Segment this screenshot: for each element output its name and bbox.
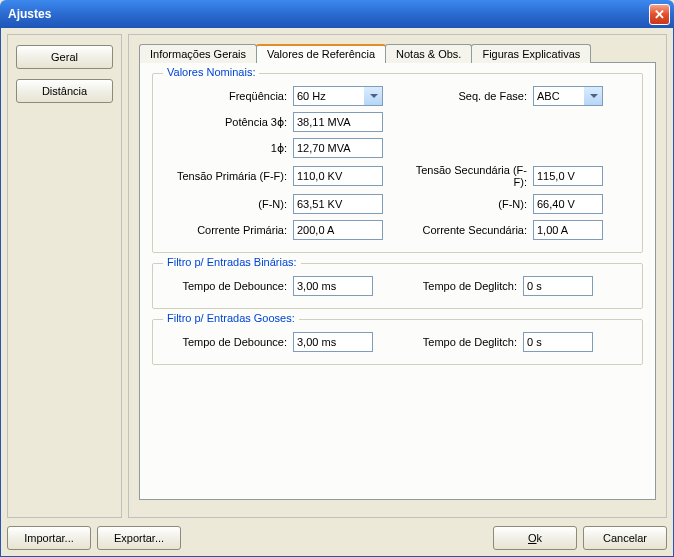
import-button[interactable]: Importar... bbox=[7, 526, 91, 550]
tab-valores-referencia[interactable]: Valores de Referência bbox=[256, 44, 386, 63]
tab-figuras-explicativas[interactable]: Figuras Explicativas bbox=[471, 44, 591, 63]
nav-button-geral[interactable]: Geral bbox=[16, 45, 113, 69]
label-debounce-goose: Tempo de Debounce: bbox=[163, 336, 293, 348]
input-tensao-sec-ff[interactable] bbox=[533, 166, 603, 186]
ok-button[interactable]: Ok bbox=[493, 526, 577, 550]
select-seqfase[interactable] bbox=[533, 86, 603, 106]
input-potencia1f[interactable] bbox=[293, 138, 383, 158]
content-panel: Informações Gerais Valores de Referência… bbox=[128, 34, 667, 518]
label-potencia1f: 1ɸ: bbox=[163, 142, 293, 155]
label-tensao-sec-fn: (F-N): bbox=[403, 198, 533, 210]
cancel-button[interactable]: Cancelar bbox=[583, 526, 667, 550]
tab-content: Valores Nominais: Freqüência: Seq. de Fa… bbox=[139, 62, 656, 500]
titlebar: Ajustes ✕ bbox=[0, 0, 674, 28]
group-title-binarias: Filtro p/ Entradas Binárias: bbox=[163, 256, 301, 268]
input-deglitch-bin[interactable] bbox=[523, 276, 593, 296]
left-nav-panel: Geral Distância bbox=[7, 34, 122, 518]
input-corrente-prim[interactable] bbox=[293, 220, 383, 240]
input-debounce-bin[interactable] bbox=[293, 276, 373, 296]
label-debounce-bin: Tempo de Debounce: bbox=[163, 280, 293, 292]
export-button[interactable]: Exportar... bbox=[97, 526, 181, 550]
group-filtro-gooses: Filtro p/ Entradas Gooses: Tempo de Debo… bbox=[152, 319, 643, 365]
select-frequencia[interactable] bbox=[293, 86, 383, 106]
group-valores-nominais: Valores Nominais: Freqüência: Seq. de Fa… bbox=[152, 73, 643, 253]
label-potencia3f: Potência 3ɸ: bbox=[163, 116, 293, 129]
group-title-gooses: Filtro p/ Entradas Gooses: bbox=[163, 312, 299, 324]
tab-informacoes-gerais[interactable]: Informações Gerais bbox=[139, 44, 257, 63]
input-tensao-prim-ff[interactable] bbox=[293, 166, 383, 186]
input-debounce-goose[interactable] bbox=[293, 332, 373, 352]
close-icon: ✕ bbox=[654, 7, 665, 22]
label-deglitch-goose: Tempo de Deglitch: bbox=[393, 336, 523, 348]
nav-button-distancia[interactable]: Distância bbox=[16, 79, 113, 103]
input-tensao-prim-fn[interactable] bbox=[293, 194, 383, 214]
input-tensao-sec-fn[interactable] bbox=[533, 194, 603, 214]
label-seqfase: Seq. de Fase: bbox=[403, 90, 533, 102]
input-deglitch-goose[interactable] bbox=[523, 332, 593, 352]
close-button[interactable]: ✕ bbox=[649, 4, 670, 25]
label-frequencia: Freqüência: bbox=[163, 90, 293, 102]
label-tensao-prim-fn: (F-N): bbox=[163, 198, 293, 210]
dialog-body: Geral Distância Informações Gerais Valor… bbox=[0, 28, 674, 557]
label-deglitch-bin: Tempo de Deglitch: bbox=[393, 280, 523, 292]
tab-notas-obs[interactable]: Notas & Obs. bbox=[385, 44, 472, 63]
tab-row: Informações Gerais Valores de Referência… bbox=[139, 44, 656, 63]
label-corrente-prim: Corrente Primária: bbox=[163, 224, 293, 236]
input-corrente-sec[interactable] bbox=[533, 220, 603, 240]
group-title-nominais: Valores Nominais: bbox=[163, 66, 259, 78]
input-potencia3f[interactable] bbox=[293, 112, 383, 132]
label-tensao-prim-ff: Tensão Primária (F-F): bbox=[163, 170, 293, 182]
label-tensao-sec-ff: Tensão Secundária (F-F): bbox=[403, 164, 533, 188]
window-title: Ajustes bbox=[8, 7, 51, 21]
label-corrente-sec: Corrente Secundária: bbox=[403, 224, 533, 236]
bottom-button-bar: Importar... Exportar... Ok Cancelar bbox=[7, 518, 667, 550]
group-filtro-binarias: Filtro p/ Entradas Binárias: Tempo de De… bbox=[152, 263, 643, 309]
